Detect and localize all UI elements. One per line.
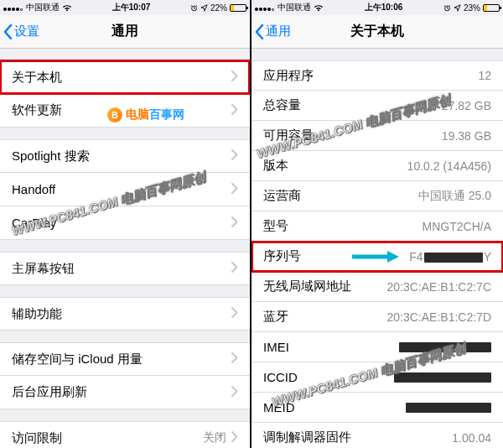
watermark-logo: B 电脑百事网 [107,107,184,122]
row-label: 版本 [263,158,288,174]
row-label: Spotlight 搜索 [12,148,90,164]
info-row: 无线局域网地址20:3C:AE:B1:C2:7C [252,272,503,302]
row-label: 应用程序 [263,68,314,84]
row-label: 可用容量 [263,128,314,143]
row-label: 蓝牙 [263,309,288,325]
row-value: MNGT2CH/A [423,220,491,233]
carrier-label: 中国联通 [277,2,311,13]
chevron-right-icon [231,262,238,273]
signal-dots [255,3,275,13]
chevron-right-icon [231,431,238,442]
list-row[interactable]: Spotlight 搜索 [0,139,250,173]
battery-icon [483,4,500,12]
nav-bar: 设置 通用 [0,15,250,49]
right-pane: 中国联通 上午10:06 23% 通用 关于本机 应用程序12总容量27.82 … [252,0,503,448]
row-label: 调制解调器固件 [263,430,351,445]
row-value: 关闭 [203,430,226,445]
location-icon [200,4,208,12]
left-pane: 中国联通 上午10:07 22% 设置 通用 关于本机软件更新Spotlight… [0,0,252,448]
row-value: F4Y [409,250,491,263]
info-row: 总容量27.82 GB [252,91,503,121]
info-row: 应用程序12 [252,60,503,91]
info-row: MEID [252,393,503,423]
chevron-right-icon [231,216,238,227]
list-row[interactable]: 访问限制关闭 [0,421,250,448]
nav-title: 关于本机 [252,23,503,40]
row-value: 20:3C:AE:B1:C2:7D [386,310,491,324]
row-value: 12 [478,69,491,82]
row-label: 关于本机 [12,70,62,86]
list-row[interactable]: 后台应用刷新 [0,376,250,409]
redacted-value [394,372,491,383]
row-value: 10.0.2 (14A456) [407,159,491,173]
pointer-arrow-icon [350,249,401,264]
about-list: 应用程序12总容量27.82 GB可用容量19.38 GB版本10.0.2 (1… [252,60,503,448]
info-row: 序列号F4Y [252,242,503,272]
chevron-right-icon [231,352,238,363]
battery-pct: 22% [210,3,227,13]
status-time: 上午10:07 [112,2,151,13]
signal-dots [3,3,23,13]
chevron-right-icon [231,386,238,397]
row-label: 总容量 [263,97,301,113]
wifi-icon [314,4,324,12]
status-bar: 中国联通 上午10:07 22% [0,0,250,15]
carrier-label: 中国联通 [26,2,60,13]
battery-icon [230,4,246,12]
row-label: 后台应用刷新 [12,384,87,400]
battery-pct: 23% [464,3,480,13]
list-row[interactable]: Handoff [0,173,250,206]
list-row[interactable]: 关于本机 [0,60,250,94]
row-value: 27.82 GB [442,99,491,112]
row-label: 型号 [263,218,288,234]
row-label: 序列号 [263,248,301,264]
info-row: 调制解调器固件1.00.04 [252,423,503,448]
logo-icon: B [107,107,122,122]
row-label: 无线局域网地址 [263,279,351,294]
chevron-right-icon [231,149,238,160]
row-label: 访问限制 [12,430,62,446]
chevron-right-icon [231,183,238,194]
chevron-right-icon [231,70,238,81]
chevron-right-icon [231,307,238,318]
location-icon [454,4,461,12]
nav-title: 通用 [0,23,250,40]
info-row: 可用容量19.38 GB [252,121,503,151]
info-row: 蓝牙20:3C:AE:B1:C2:7D [252,302,503,332]
info-row: 运营商中国联通 25.0 [252,181,503,211]
alarm-icon [443,4,451,12]
list-row[interactable]: 储存空间与 iCloud 用量 [0,342,250,376]
row-label: 主屏幕按钮 [12,261,75,277]
info-row: IMEI [252,332,503,362]
info-row: ICCID [252,362,503,393]
list-row[interactable]: 辅助功能 [0,297,250,331]
redacted-value [399,342,491,352]
row-value: 1.00.04 [452,431,491,445]
row-value: 中国联通 25.0 [418,189,491,204]
chevron-right-icon [231,104,238,115]
alarm-icon [190,4,198,12]
info-row: 型号MNGT2CH/A [252,211,503,242]
status-bar: 中国联通 上午10:06 23% [252,0,503,15]
row-label: 软件更新 [12,102,62,118]
row-label: Handoff [12,182,55,196]
row-label: CarPlay [12,216,56,230]
row-label: 辅助功能 [12,306,62,322]
row-label: 储存空间与 iCloud 用量 [12,352,143,367]
status-time: 上午10:06 [365,2,403,13]
nav-bar: 通用 关于本机 [252,15,503,49]
row-value: 19.38 GB [442,129,491,143]
list-row[interactable]: 主屏幕按钮 [0,252,250,285]
row-label: IMEI [263,340,289,354]
wifi-icon [62,4,72,12]
list-row[interactable]: CarPlay [0,206,250,240]
row-label: 运营商 [263,188,301,204]
row-label: ICCID [263,370,298,384]
row-label: MEID [263,400,295,414]
redacted-value [406,403,491,413]
row-value: 20:3C:AE:B1:C2:7C [386,280,491,294]
info-row: 版本10.0.2 (14A456) [252,151,503,181]
